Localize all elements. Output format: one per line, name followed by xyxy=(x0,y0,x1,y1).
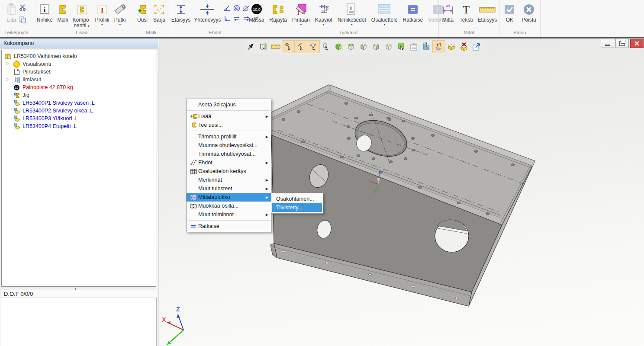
ruler-icon xyxy=(479,2,496,17)
parallel-constraint-button[interactable] xyxy=(232,15,241,25)
svg-text:i: i xyxy=(44,6,45,13)
menu-item-constraints[interactable]: Ehdot▶ xyxy=(187,158,271,167)
pin-button[interactable] xyxy=(245,41,257,53)
tube-button[interactable]: Putki ▾ xyxy=(112,1,128,26)
document-list-button[interactable] xyxy=(408,41,420,53)
series-button[interactable]: Sarja xyxy=(152,1,167,23)
to-surface-button[interactable]: I Pintaan ▾ xyxy=(291,1,311,26)
menu-item-other-functions[interactable]: Muut toiminnot▶ xyxy=(187,210,271,219)
distance-constraint-button[interactable]: Etäisyys xyxy=(170,1,192,23)
new-button[interactable]: Uusi xyxy=(135,1,149,23)
add-component-icon xyxy=(189,113,198,119)
to-surface-icon: I xyxy=(294,2,307,17)
tree-item-drawings[interactable]: Piirustukset xyxy=(2,68,156,76)
select-part-mode-button[interactable] xyxy=(320,41,332,53)
select-body-button[interactable] xyxy=(395,41,407,53)
shaded-view-button[interactable] xyxy=(332,41,345,53)
world-axis-triad: Z X xyxy=(160,302,195,346)
svg-text:I: I xyxy=(297,10,299,16)
restore-button[interactable] xyxy=(615,39,629,48)
cut-button[interactable] xyxy=(19,4,27,13)
wire-left-face-button[interactable] xyxy=(357,41,370,53)
menu-item-create-new[interactable]: Tee uusi... xyxy=(187,121,271,129)
profile-button[interactable]: I Profiili ▾ xyxy=(94,1,111,26)
expander-icon[interactable]: ▷ xyxy=(6,77,10,81)
menu-item-annotations[interactable]: Merkinnät▶ xyxy=(187,176,271,184)
restore-icon xyxy=(619,41,625,46)
part-locked-icon xyxy=(13,108,20,114)
menu-item-bom-collect[interactable]: Osaluettelon keräys xyxy=(187,167,271,176)
measure-button[interactable]: 45 Mitta xyxy=(440,1,456,23)
menu-item-solve[interactable]: Ratkaise xyxy=(187,222,271,231)
group-label-constraints: Ehdot xyxy=(172,30,258,37)
paste-button[interactable]: Liitä xyxy=(4,1,18,23)
wire-right-face-button[interactable] xyxy=(370,41,382,53)
menu-item-convert-to-sheetmetal[interactable]: Muunna ohutlevyosiksi... xyxy=(187,141,271,150)
submenu-item-per-part[interactable]: Osakohtainen... xyxy=(272,195,322,203)
solid-part-button[interactable] xyxy=(420,41,432,53)
tree-item-center-of-gravity[interactable]: 10 Painopiste 42.870 kg xyxy=(2,83,156,91)
menu-separator xyxy=(187,131,270,131)
tree-item-label: Visualisointi xyxy=(23,61,51,67)
ghost-view-button[interactable] xyxy=(383,41,395,53)
tree-item-appearances[interactable]: ▷ Ilmiasut xyxy=(2,76,156,83)
solve-button[interactable]: Ratkaise xyxy=(402,1,425,23)
ok-button[interactable]: OK xyxy=(502,1,517,23)
open-tray-icon xyxy=(447,42,456,51)
item-info-button[interactable]: i Nimiketiedot ▾ xyxy=(336,1,367,26)
sketch-mode-button[interactable] xyxy=(433,41,445,53)
menu-item-other-outputs[interactable]: Muut tulosteet▶ xyxy=(187,184,271,193)
coincidence-button[interactable]: Yhtenevyys xyxy=(193,1,222,23)
tree-item-part-3[interactable]: LR53400P3 Yläkuori .L xyxy=(2,115,156,122)
model-button[interactable]: Malli xyxy=(55,1,69,23)
tree-item-part-1[interactable]: LR53400P1 Sivulevy vasen .L xyxy=(2,99,156,107)
select-point-mode-button[interactable] xyxy=(282,41,294,53)
wire-top-face-button[interactable] xyxy=(345,41,357,53)
exit-button[interactable]: Poistu xyxy=(520,1,537,23)
close-button[interactable] xyxy=(630,39,644,48)
bom-button[interactable]: Osaluettelo ▾ xyxy=(370,1,399,26)
tree-item-label: LR53400P3 Yläkuori .L xyxy=(23,115,78,122)
text-button[interactable]: T Teksti xyxy=(458,1,474,23)
tree-item-visualization[interactable]: ▷ Visualisointi xyxy=(2,60,156,68)
menu-item-dimension-table[interactable]: Mittataulukko▶ xyxy=(187,193,271,202)
diagrams-button[interactable]: Kaaviot ▾ xyxy=(314,1,334,26)
open-box-button[interactable] xyxy=(445,41,457,53)
tree-item-part-2[interactable]: LR53400P2 Sivulevy oikea .L xyxy=(2,107,156,115)
menu-item-trim-profiles[interactable]: Trimmaa profiilit▶ xyxy=(187,132,271,141)
expander-icon[interactable]: ▷ xyxy=(6,61,10,66)
export-view-button[interactable] xyxy=(470,41,483,53)
assembly-tree[interactable]: LR53400 Vaihtimen kotelo ▷ Visualisointi… xyxy=(1,50,156,287)
menu-item-edit-with-parts[interactable]: Muokkaa osilla... xyxy=(187,202,271,210)
box-top-face-icon xyxy=(346,42,356,51)
perpendicular-constraint-button[interactable] xyxy=(223,15,232,25)
select-face-mode-button[interactable] xyxy=(307,41,319,53)
measure-move-button[interactable] xyxy=(257,41,269,53)
measure-move-icon xyxy=(259,42,267,51)
submenu-item-condensed[interactable]: Tiivistetty... xyxy=(272,203,322,212)
tree-item-root[interactable]: LR53400 Vaihtimen kotelo xyxy=(2,52,156,60)
minimize-button[interactable] xyxy=(601,39,614,48)
menu-item-trim-sheetmetal[interactable]: Trimmaa ohutlevyosat... xyxy=(187,150,271,158)
mass-button[interactable]: 10,0 Massa xyxy=(248,1,265,23)
dimension-table-icon xyxy=(189,195,198,200)
menu-item-set-3d-clipping[interactable]: Aseta 3d rajaus xyxy=(187,100,271,109)
concentric-constraint-button[interactable] xyxy=(232,5,241,14)
svg-text:Z: Z xyxy=(176,306,180,313)
component-button[interactable]: Kompo- nentti ▾ xyxy=(71,1,92,29)
menu-item-add[interactable]: Lisää▶ xyxy=(187,112,271,121)
explode-button[interactable]: Räjäytä xyxy=(268,1,288,23)
tree-item-jig[interactable]: Jig xyxy=(2,91,156,99)
tree-item-part-4[interactable]: LR53400P4 Etupelti .L xyxy=(2,122,156,130)
dof-status: D.O.F 0/0/0 xyxy=(1,290,157,298)
delete-box-button[interactable] xyxy=(458,41,470,53)
mass-badge-icon: 10 xyxy=(13,84,20,91)
select-edge-mode-button[interactable] xyxy=(295,41,307,53)
copy-button[interactable] xyxy=(19,16,27,26)
distance-measure-button[interactable]: Etäisyys xyxy=(477,1,499,23)
distance-constraint-icon xyxy=(174,2,187,17)
dropdown-caret: ▾ xyxy=(323,23,325,26)
ruler-button[interactable] xyxy=(270,41,282,53)
item-button[interactable]: i Nimike xyxy=(35,1,54,23)
angle-constraint-button[interactable] xyxy=(223,5,232,14)
